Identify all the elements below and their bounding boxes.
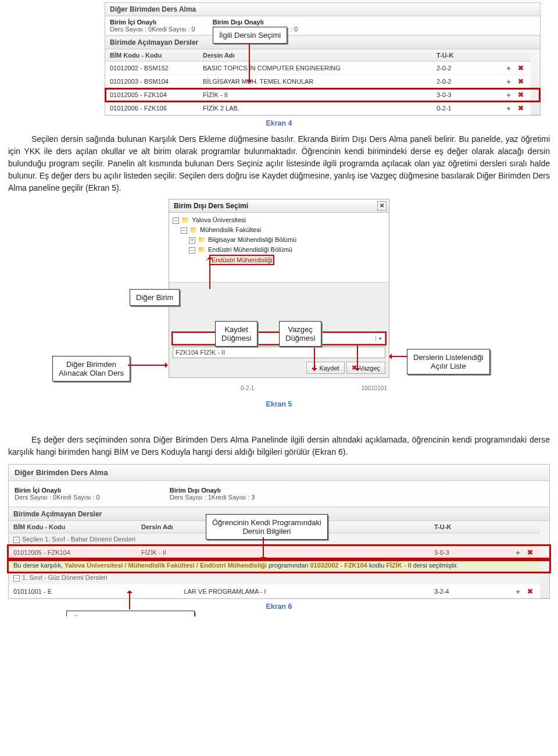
out-approval-label: Birim Dışı Onaylı — [213, 19, 264, 26]
info-text: programından — [267, 562, 310, 569]
info-course: FİZİK - II — [386, 562, 411, 569]
info-unit: Yalova Üniversitesi / Mühendislik Fakült… — [65, 562, 267, 569]
in-approval-label: Birim İçi Onaylı — [15, 487, 61, 494]
section-bar: Birimde Açılmayan Dersler — [105, 35, 540, 49]
course-combo-value[interactable]: ▾ — [173, 347, 385, 358]
callout-kendi-program: Öğrencinin Kendi Programındaki Dersin Bi… — [206, 514, 328, 540]
table-row[interactable]: 01011001 - E XXXXXXXXXXLAR VE PROGRAMLAM… — [9, 584, 549, 598]
cell-tuk: 3-2-4 — [430, 584, 505, 598]
caption-ekran4: Ekran 4 — [0, 119, 558, 127]
out-approval-label: Birim Dışı Onaylı — [170, 487, 221, 494]
add-icon[interactable]: ＋ — [505, 77, 513, 85]
callout-listeleme: Derslerin Listelendiği Açılır Liste — [407, 349, 490, 375]
dialog-birim-disi: Birim Dışı Ders Seçimi ✕ −📁Yalova Üniver… — [169, 199, 389, 378]
info-code: 01032002 - FZK104 — [310, 562, 367, 569]
in-approval-detail: Ders Sayısı : 0Kredi Sayısı : 0 — [15, 494, 100, 501]
delete-icon[interactable]: ✖ — [517, 104, 525, 112]
cancel-label: Vazgeç — [359, 365, 380, 372]
save-label: Kaydet — [319, 365, 339, 372]
info-text: dersi seçilmiştir. — [412, 562, 459, 569]
paragraph-2: Eş değer ders seçiminden sonra Diğer Bir… — [8, 434, 550, 458]
tree-node[interactable]: Mühendislik Fakültesi — [200, 226, 261, 233]
folder-icon: 📁 — [198, 236, 206, 243]
delete-icon[interactable]: ✖ — [526, 548, 534, 557]
table-row-selected[interactable]: 01012005 - FZK104 FİZİK - II 3-0-3 ＋ ✖ — [105, 88, 540, 102]
tree-collapse-icon[interactable]: − — [13, 537, 20, 543]
group-label: 1. Sınıf - Güz Dönemi Dersleri — [22, 574, 108, 581]
folder-icon: 📁 — [189, 226, 198, 233]
dialog-title: Birim Dışı Ders Seçimi ✕ — [169, 199, 389, 213]
cell-name: FİZİK 2 LAB. — [198, 102, 432, 115]
chevron-down-icon[interactable]: ▾ — [375, 336, 385, 341]
cell-name: BİLGİSAYAR MÜH. TEMEL KONULAR — [198, 75, 432, 88]
tree-collapse-icon[interactable]: − — [173, 217, 179, 224]
delete-icon[interactable]: ✖ — [517, 64, 525, 72]
tree-node[interactable]: Yalova Üniversitesi — [192, 216, 246, 223]
group-label: Seçilen 1. Sınıf - Bahar Dönemi Dersleri — [22, 536, 135, 543]
in-approval-detail: Ders Sayısı : 0Kredi Sayısı : 0 — [110, 26, 195, 33]
col-tuk: T-U-K — [432, 49, 496, 62]
table-row[interactable]: 01012003 - BSM104 BİLGİSAYAR MÜH. TEMEL … — [105, 75, 540, 88]
cell-name: FİZİK - II — [198, 88, 432, 102]
table-row[interactable]: 01012006 - FZK106 FİZİK 2 LAB. 0-2-1 ＋ ✖ — [105, 102, 540, 115]
cell-name: FİZİK - II — [137, 546, 430, 559]
delete-icon[interactable]: ✖ — [517, 91, 525, 99]
cell-code: 01012002 - BSM152 — [105, 62, 198, 75]
delete-icon[interactable]: ✖ — [526, 587, 534, 595]
add-icon[interactable]: ＋ — [514, 548, 522, 557]
below-right: 10010101 — [362, 385, 388, 391]
delete-icon[interactable]: ✖ — [517, 77, 525, 85]
tree-collapse-icon[interactable]: − — [189, 247, 195, 254]
add-icon[interactable]: ＋ — [505, 64, 513, 72]
cell-tuk: 0-2-1 — [432, 102, 496, 115]
out-approval-detail: Ders Sayısı : 1Kredi Sayısı : 3 — [170, 494, 255, 501]
callout-kaydet: Kaydet Düğmesi — [215, 321, 257, 347]
table-row-selected[interactable]: 01012005 - FZK104 FİZİK - II 3-0-3 ＋ ✖ — [9, 546, 549, 559]
cell-code: 01012005 - FZK104 — [9, 546, 137, 559]
tree-node[interactable]: Endüstri Mühendisliği Bölümü — [208, 246, 292, 253]
cell-name: LAR VE PROGRAMLAMA - I — [184, 588, 266, 595]
table-row[interactable]: 01012002 - BSM152 BASIC TOPICS İN COMPUT… — [105, 62, 540, 75]
cell-code: 01011001 - E — [9, 584, 137, 598]
cell-tuk: 3-0-3 — [430, 546, 505, 559]
col-code: BİM Kodu - Kodu — [105, 49, 198, 62]
close-icon[interactable]: ✕ — [377, 201, 387, 211]
col-tuk: T-U-K — [430, 521, 505, 533]
cell-tuk: 2-0-2 — [432, 62, 496, 75]
tree-node-selected[interactable]: Endüstri Mühendisliği — [210, 256, 274, 264]
callout-ilgili-ders: İlgili Dersin Seçimi — [213, 27, 287, 44]
combo-input-value[interactable] — [173, 348, 375, 357]
tree-expand-icon[interactable]: + — [189, 237, 195, 244]
add-icon[interactable]: ＋ — [505, 104, 513, 112]
approval-bar: Birim İçi Onaylı Ders Sayısı : 0Kredi Sa… — [105, 16, 540, 35]
cell-code: 01012005 - FZK104 — [105, 88, 198, 102]
callout-vazgec: Vazgeç Düğmesi — [279, 321, 321, 347]
combo-input[interactable] — [173, 334, 375, 343]
approval-bar: Birim İçi Onaylı Ders Sayısı : 0Kredi Sa… — [9, 481, 549, 507]
col-name: Dersin Adı — [198, 49, 432, 62]
info-text: kodlu — [367, 562, 386, 569]
caption-ekran5: Ekran 5 — [0, 400, 558, 408]
panel-title: Diğer Birimden Ders Alma — [9, 465, 549, 481]
dialog-title-text: Birim Dışı Ders Seçimi — [174, 202, 248, 210]
cell-tuk: 3-0-3 — [432, 88, 496, 102]
group-row[interactable]: −1. Sınıf - Güz Dönemi Dersleri — [9, 572, 549, 584]
folder-icon: 📁 — [181, 216, 189, 223]
col-code: BİM Kodu - Kodu — [9, 521, 137, 533]
info-row: Bu derse karşılık, Yalova Üniversitesi /… — [9, 559, 549, 572]
in-approval-label: Birim İçi Onaylı — [110, 19, 156, 26]
cell-code: 01012006 - FZK106 — [105, 102, 198, 115]
cell-code: 01012003 - BSM104 — [105, 75, 198, 88]
tree-node[interactable]: Bilgisayar Mühendisliği Bölümü — [208, 236, 296, 243]
panel-ekran4: Diğer Birimden Ders Alma Birim İçi Onayl… — [105, 2, 541, 116]
tree-collapse-icon[interactable]: − — [181, 227, 187, 234]
cell-name: BASIC TOPICS İN COMPUTER ENGINEERING — [198, 62, 432, 75]
course-table: BİM Kodu - Kodu Dersin Adı T-U-K 0101200… — [105, 49, 540, 115]
unit-tree[interactable]: −📁Yalova Üniversitesi −📁Mühendislik Fakü… — [169, 213, 389, 268]
tree-collapse-icon[interactable]: − — [13, 575, 20, 582]
info-text: Bu derse karşılık, — [13, 562, 65, 569]
add-icon[interactable]: ＋ — [505, 91, 513, 99]
callout-diger-birim: Diğer Birim — [130, 289, 180, 306]
cancel-button[interactable]: ✖Vazgeç — [346, 362, 385, 374]
add-icon[interactable]: ＋ — [514, 587, 522, 595]
